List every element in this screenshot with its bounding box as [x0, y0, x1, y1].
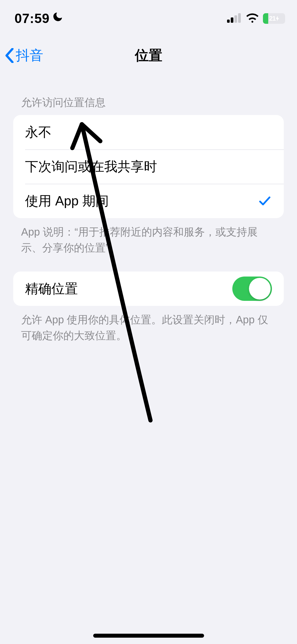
- location-access-section: 允许访问位置信息 永不 下次询问或在我共享时 使用 App 期间 App 说明：…: [0, 95, 297, 256]
- svg-rect-1: [231, 17, 233, 23]
- precise-location-toggle[interactable]: [232, 277, 272, 301]
- option-never[interactable]: 永不: [13, 115, 284, 149]
- svg-rect-2: [234, 15, 237, 23]
- wifi-icon: [246, 13, 259, 24]
- precise-location-group: 精确位置: [13, 272, 284, 306]
- svg-rect-3: [238, 13, 241, 23]
- battery-icon: 21: [263, 13, 285, 24]
- option-while-using-label: 使用 App 期间: [25, 192, 109, 210]
- svg-rect-0: [227, 20, 230, 23]
- option-ask-label: 下次询问或在我共享时: [25, 158, 157, 176]
- battery-percent: 21: [269, 15, 276, 22]
- option-ask[interactable]: 下次询问或在我共享时: [13, 149, 284, 184]
- page-title: 位置: [135, 46, 162, 65]
- precise-location-label: 精确位置: [25, 280, 78, 298]
- checkmark-icon: [258, 194, 272, 208]
- option-never-label: 永不: [25, 123, 51, 141]
- nav-bar: 抖音 位置: [0, 37, 297, 74]
- section-footer-location: App 说明：“用于推荐附近的内容和服务，或支持展示、分享你的位置”: [21, 224, 276, 256]
- status-time: 07:59: [15, 11, 50, 26]
- do-not-disturb-icon: [53, 12, 63, 25]
- location-options-group: 永不 下次询问或在我共享时 使用 App 期间: [13, 115, 284, 218]
- cellular-signal-icon: [227, 13, 242, 24]
- precise-location-section: 精确位置 允许 App 使用你的具体位置。此设置关闭时，App 仅可确定你的大致…: [0, 272, 297, 343]
- status-bar: 07:59 21: [0, 0, 297, 37]
- precise-location-row: 精确位置: [13, 272, 284, 306]
- status-right: 21: [227, 13, 285, 24]
- back-button[interactable]: 抖音: [5, 46, 43, 65]
- status-left: 07:59: [15, 11, 63, 26]
- chevron-left-icon: [5, 48, 14, 63]
- back-label: 抖音: [16, 46, 43, 65]
- option-while-using[interactable]: 使用 App 期间: [13, 184, 284, 218]
- home-indicator: [93, 634, 204, 638]
- section-header-location: 允许访问位置信息: [21, 95, 284, 110]
- section-footer-precise: 允许 App 使用你的具体位置。此设置关闭时，App 仅可确定你的大致位置。: [21, 312, 276, 343]
